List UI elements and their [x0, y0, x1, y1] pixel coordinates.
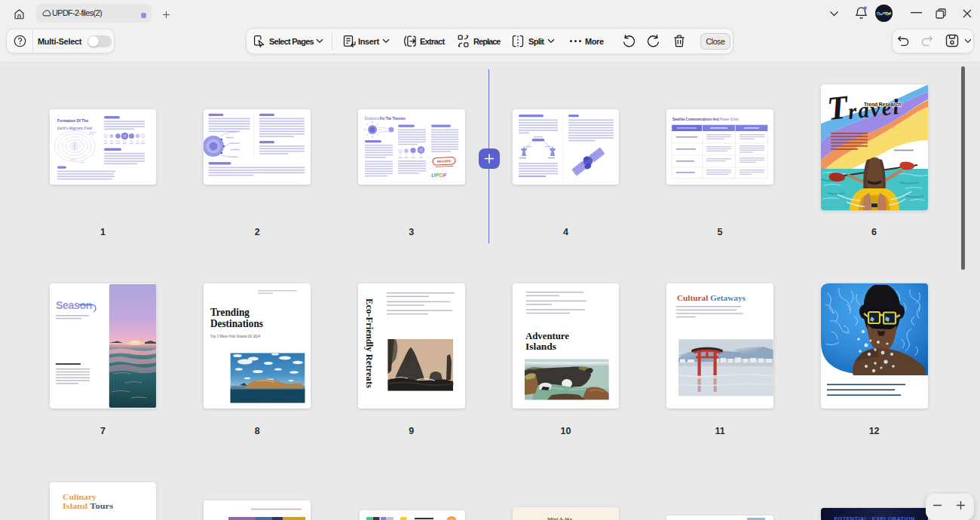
svg-text:Adventure: Adventure — [525, 330, 569, 341]
svg-text:Top 5 Must-Visit Islands Of 20: Top 5 Must-Visit Islands Of 2024 — [210, 333, 261, 338]
svg-text:Satellite Communications And P: Satellite Communications And Power Grids — [672, 116, 739, 121]
svg-text:REVISED: REVISED — [437, 159, 452, 164]
svg-text:Island Tours: Island Tours — [63, 501, 113, 510]
svg-text:UPDF: UPDF — [431, 172, 447, 179]
svg-text:Evidence For The Theories: Evidence For The Theories — [365, 115, 406, 121]
svg-text:Islands: Islands — [525, 340, 556, 351]
svg-text:POTENTIAL: EXPLORATION: POTENTIAL: EXPLORATION — [834, 515, 915, 520]
svg-text:Earth’s Magnetic Field: Earth’s Magnetic Field — [57, 126, 92, 130]
svg-text:Mini A-We: Mini A-We — [547, 515, 572, 520]
svg-text:Destinations: Destinations — [210, 317, 263, 329]
svg-text:Culinary: Culinary — [63, 492, 97, 501]
svg-text:Eco-Friendly Retreats: Eco-Friendly Retreats — [364, 298, 375, 388]
svg-text:Cultural Getaways: Cultural Getaways — [677, 293, 746, 302]
svg-text:Formation Of The: Formation Of The — [57, 118, 88, 123]
svg-text:Trend Research: Trend Research — [864, 102, 901, 107]
svg-text:Trending: Trending — [210, 306, 250, 318]
